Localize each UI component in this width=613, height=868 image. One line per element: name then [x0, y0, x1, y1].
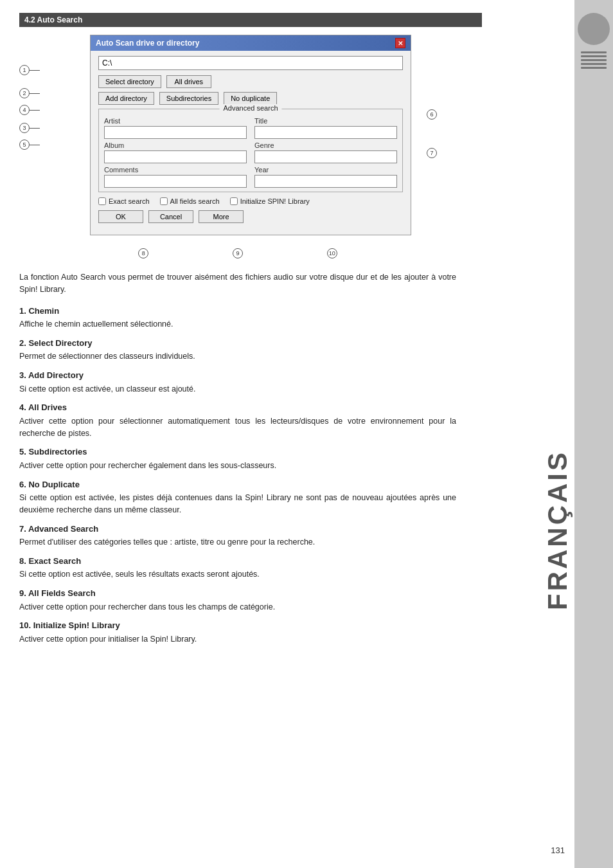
genre-input[interactable] — [254, 150, 397, 163]
callout-7-right: 7 — [427, 147, 437, 158]
initialize-spin-label: Initialize SPIN! Library — [240, 197, 310, 205]
right-sidebar — [574, 0, 613, 868]
exact-search-checkbox-label[interactable]: Exact search — [98, 197, 150, 205]
title-input[interactable] — [254, 126, 397, 139]
callout-1-row: 1 — [19, 63, 40, 77]
callout-3-row: 3 — [19, 121, 40, 135]
bottom-callouts: 8 9 10 — [96, 248, 379, 258]
callout-4-row: 4 — [19, 103, 40, 117]
desc-text-2: Permet de sélectionner des classeurs ind… — [19, 350, 456, 363]
callout-10: 10 — [327, 248, 337, 258]
callout-9: 9 — [233, 248, 243, 258]
desc-title-6: 6. No Duplicate — [19, 478, 456, 491]
year-label: Year — [254, 166, 397, 174]
exact-search-checkbox[interactable] — [98, 197, 106, 205]
select-directory-button[interactable]: Select directory — [98, 75, 161, 88]
comments-field-group: Comments — [104, 166, 247, 188]
all-fields-search-label: All fields search — [170, 197, 220, 205]
desc-text-4: Activer cette option pour sélectionner a… — [19, 415, 456, 440]
desc-title-9: 9. All Fields Search — [19, 587, 456, 600]
dialog-wrapper: 1 2 4 3 5 — [19, 35, 418, 258]
desc-title-4: 4. All Drives — [19, 401, 456, 414]
desc-text-7: Permet d'utiliser des catégories telles … — [19, 536, 456, 548]
main-content: 4.2 Auto Search 1 2 4 3 — [19, 0, 529, 646]
album-input[interactable] — [104, 150, 247, 163]
comments-label: Comments — [104, 166, 247, 174]
artist-input[interactable] — [104, 126, 247, 139]
page-number: 131 — [551, 845, 565, 855]
year-input[interactable] — [254, 175, 397, 188]
advanced-search-title: Advanced search — [220, 104, 282, 112]
desc-text-6: Si cette option est activée, les pistes … — [19, 492, 456, 516]
title-label: Title — [254, 117, 397, 125]
desc-text-9: Activer cette option pour rechercher dan… — [19, 601, 456, 613]
decorative-lines — [581, 51, 607, 71]
francais-label: FRANÇAIS — [542, 450, 573, 610]
dialog-title: Auto Scan drive or directory — [96, 39, 199, 48]
callout-2: 2 — [19, 88, 30, 98]
cancel-button[interactable]: Cancel — [148, 210, 193, 223]
decorative-circle — [578, 13, 610, 45]
year-field-group: Year — [254, 166, 397, 188]
desc-title-7: 7. Advanced Search — [19, 523, 456, 536]
genre-label: Genre — [254, 141, 397, 149]
initialize-spin-checkbox-label[interactable]: Initialize SPIN! Library — [230, 197, 310, 205]
desc-item-6: 6. No Duplicate Si cette option est acti… — [19, 478, 456, 516]
desc-title-10: 10. Initialize Spin! Library — [19, 619, 456, 632]
dialog-body: Select directory All drives Add director… — [91, 51, 411, 228]
more-button[interactable]: More — [199, 210, 244, 223]
desc-title-2: 2. Select Directory — [19, 337, 456, 350]
title-field-group: Title — [254, 117, 397, 139]
no-duplicate-button[interactable]: No duplicate — [224, 92, 277, 105]
desc-text-8: Si cette option est activée, seuls les r… — [19, 568, 456, 581]
genre-field-group: Genre — [254, 141, 397, 163]
desc-item-4: 4. All Drives Activer cette option pour … — [19, 401, 456, 439]
add-directory-button[interactable]: Add directory — [98, 92, 154, 105]
desc-item-8: 8. Exact Search Si cette option est acti… — [19, 555, 456, 581]
subdirectories-button[interactable]: Subdirectories — [159, 92, 218, 105]
callout-5-row: 5 — [19, 138, 40, 152]
all-drives-button[interactable]: All drives — [166, 75, 211, 88]
line-2 — [30, 93, 40, 94]
line-4 — [30, 110, 40, 111]
path-input[interactable] — [98, 56, 403, 70]
desc-item-10: 10. Initialize Spin! Library Activer cet… — [19, 619, 456, 645]
callout-5: 5 — [19, 140, 30, 150]
advanced-search-section: Advanced search Artist Title — [98, 109, 403, 192]
auto-scan-dialog: Auto Scan drive or directory ✕ Select di… — [90, 35, 411, 235]
desc-item-5: 5. Subdirectories Activer cette option p… — [19, 446, 456, 471]
initialize-spin-checkbox[interactable] — [230, 197, 238, 205]
desc-item-9: 9. All Fields Search Activer cette optio… — [19, 587, 456, 613]
close-button[interactable]: ✕ — [395, 38, 405, 48]
desc-item-7: 7. Advanced Search Permet d'utiliser des… — [19, 523, 456, 548]
dir-drives-row: Select directory All drives — [98, 75, 403, 88]
callout-6-right: 6 — [427, 109, 437, 120]
callout-1: 1 — [19, 65, 30, 75]
left-callouts: 1 2 4 3 5 — [19, 60, 40, 152]
callout-2-row: 2 — [19, 86, 40, 100]
action-buttons-row: OK Cancel More — [98, 210, 403, 223]
callout-4: 4 — [19, 105, 30, 115]
dialog-titlebar: Auto Scan drive or directory ✕ — [91, 35, 411, 51]
comments-input[interactable] — [104, 175, 247, 188]
line-5 — [30, 145, 40, 145]
all-fields-search-checkbox-label[interactable]: All fields search — [160, 197, 220, 205]
desc-item-3: 3. Add Directory Si cette option est act… — [19, 369, 456, 395]
desc-item-1: 1. Chemin Affiche le chemin actuellement… — [19, 305, 456, 330]
add-dir-row: Add directory Subdirectories No duplicat… — [98, 92, 403, 105]
desc-title-1: 1. Chemin — [19, 305, 456, 318]
album-label: Album — [104, 141, 247, 149]
callout-8: 8 — [138, 248, 148, 258]
checkboxes-row: Exact search All fields search Initializ… — [98, 197, 403, 205]
intro-text: La fonction Auto Search vous permet de t… — [19, 271, 456, 296]
ok-button[interactable]: OK — [98, 210, 143, 223]
desc-text-5: Activer cette option pour rechercher éga… — [19, 460, 456, 472]
desc-text-1: Affiche le chemin actuellement sélection… — [19, 318, 456, 330]
description-section: La fonction Auto Search vous permet de t… — [19, 271, 529, 646]
artist-field-group: Artist — [104, 117, 247, 139]
all-fields-search-checkbox[interactable] — [160, 197, 168, 205]
exact-search-label: Exact search — [109, 197, 150, 205]
desc-item-2: 2. Select Directory Permet de sélectionn… — [19, 337, 456, 363]
line-3 — [30, 128, 40, 129]
advanced-search-fields: Artist Title Album — [104, 117, 397, 188]
